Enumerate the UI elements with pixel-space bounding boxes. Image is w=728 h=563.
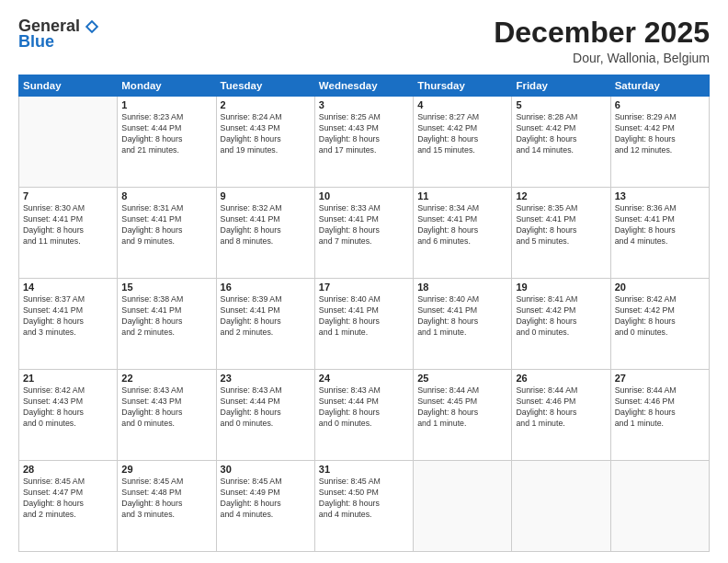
table-row: 8Sunrise: 8:31 AMSunset: 4:41 PMDaylight… xyxy=(118,188,216,279)
table-row xyxy=(414,461,512,552)
table-row: 6Sunrise: 8:29 AMSunset: 4:42 PMDaylight… xyxy=(610,97,709,188)
day-number: 24 xyxy=(319,373,409,384)
day-number: 25 xyxy=(417,373,507,384)
header-sunday: Sunday xyxy=(19,75,118,97)
day-info: Sunrise: 8:37 AMSunset: 4:41 PMDaylight:… xyxy=(23,294,113,339)
logo: General Blue xyxy=(18,17,100,52)
day-number: 2 xyxy=(221,99,311,110)
day-info: Sunrise: 8:29 AMSunset: 4:42 PMDaylight:… xyxy=(615,112,705,156)
table-row: 24Sunrise: 8:43 AMSunset: 4:44 PMDayligh… xyxy=(314,370,413,461)
day-number: 10 xyxy=(319,190,409,201)
table-row: 16Sunrise: 8:39 AMSunset: 4:41 PMDayligh… xyxy=(216,279,314,370)
day-info: Sunrise: 8:28 AMSunset: 4:42 PMDaylight:… xyxy=(516,112,606,156)
day-info: Sunrise: 8:45 AMSunset: 4:47 PMDaylight:… xyxy=(23,477,113,521)
day-info: Sunrise: 8:44 AMSunset: 4:46 PMDaylight:… xyxy=(615,385,705,430)
day-info: Sunrise: 8:30 AMSunset: 4:41 PMDaylight:… xyxy=(23,203,113,247)
table-row: 2Sunrise: 8:24 AMSunset: 4:43 PMDaylight… xyxy=(216,97,314,188)
day-info: Sunrise: 8:34 AMSunset: 4:41 PMDaylight:… xyxy=(417,203,507,247)
day-number: 6 xyxy=(615,99,705,110)
table-row: 26Sunrise: 8:44 AMSunset: 4:46 PMDayligh… xyxy=(512,370,610,461)
table-row: 27Sunrise: 8:44 AMSunset: 4:46 PMDayligh… xyxy=(610,370,709,461)
calendar-week-row: 21Sunrise: 8:42 AMSunset: 4:43 PMDayligh… xyxy=(19,370,710,461)
day-info: Sunrise: 8:31 AMSunset: 4:41 PMDaylight:… xyxy=(121,203,211,247)
day-info: Sunrise: 8:44 AMSunset: 4:46 PMDaylight:… xyxy=(516,385,606,430)
day-number: 30 xyxy=(221,464,311,475)
table-row: 14Sunrise: 8:37 AMSunset: 4:41 PMDayligh… xyxy=(19,279,118,370)
title-block: December 2025 Dour, Wallonia, Belgium xyxy=(494,17,710,65)
day-info: Sunrise: 8:25 AMSunset: 4:43 PMDaylight:… xyxy=(319,112,409,156)
calendar: Sunday Monday Tuesday Wednesday Thursday… xyxy=(18,75,710,552)
day-info: Sunrise: 8:44 AMSunset: 4:45 PMDaylight:… xyxy=(417,385,507,430)
page: General Blue December 2025 Dour, Walloni… xyxy=(0,0,728,563)
table-row: 19Sunrise: 8:41 AMSunset: 4:42 PMDayligh… xyxy=(512,279,610,370)
day-number: 21 xyxy=(23,373,113,384)
header-wednesday: Wednesday xyxy=(314,75,413,97)
day-number: 14 xyxy=(23,282,113,293)
day-number: 28 xyxy=(23,464,113,475)
header-saturday: Saturday xyxy=(610,75,709,97)
day-number: 5 xyxy=(516,99,606,110)
day-info: Sunrise: 8:42 AMSunset: 4:42 PMDaylight:… xyxy=(615,294,705,339)
logo-blue-text: Blue xyxy=(18,32,54,52)
table-row xyxy=(610,461,709,552)
header-monday: Monday xyxy=(118,75,216,97)
calendar-week-row: 7Sunrise: 8:30 AMSunset: 4:41 PMDaylight… xyxy=(19,188,710,279)
table-row: 31Sunrise: 8:45 AMSunset: 4:50 PMDayligh… xyxy=(314,461,413,552)
day-number: 12 xyxy=(516,190,606,201)
table-row: 18Sunrise: 8:40 AMSunset: 4:41 PMDayligh… xyxy=(414,279,512,370)
day-number: 26 xyxy=(516,373,606,384)
day-number: 16 xyxy=(221,282,311,293)
calendar-week-row: 28Sunrise: 8:45 AMSunset: 4:47 PMDayligh… xyxy=(19,461,710,552)
day-info: Sunrise: 8:39 AMSunset: 4:41 PMDaylight:… xyxy=(221,294,311,339)
table-row xyxy=(512,461,610,552)
table-row: 10Sunrise: 8:33 AMSunset: 4:41 PMDayligh… xyxy=(314,188,413,279)
table-row: 15Sunrise: 8:38 AMSunset: 4:41 PMDayligh… xyxy=(118,279,216,370)
day-number: 27 xyxy=(615,373,705,384)
table-row: 9Sunrise: 8:32 AMSunset: 4:41 PMDaylight… xyxy=(216,188,314,279)
table-row: 25Sunrise: 8:44 AMSunset: 4:45 PMDayligh… xyxy=(414,370,512,461)
day-info: Sunrise: 8:43 AMSunset: 4:44 PMDaylight:… xyxy=(319,385,409,430)
day-info: Sunrise: 8:45 AMSunset: 4:49 PMDaylight:… xyxy=(221,477,311,521)
day-number: 19 xyxy=(516,282,606,293)
table-row: 30Sunrise: 8:45 AMSunset: 4:49 PMDayligh… xyxy=(216,461,314,552)
table-row: 5Sunrise: 8:28 AMSunset: 4:42 PMDaylight… xyxy=(512,97,610,188)
logo-icon xyxy=(84,18,100,35)
table-row: 11Sunrise: 8:34 AMSunset: 4:41 PMDayligh… xyxy=(414,188,512,279)
table-row: 20Sunrise: 8:42 AMSunset: 4:42 PMDayligh… xyxy=(610,279,709,370)
day-info: Sunrise: 8:36 AMSunset: 4:41 PMDaylight:… xyxy=(615,203,705,247)
day-info: Sunrise: 8:35 AMSunset: 4:41 PMDaylight:… xyxy=(516,203,606,247)
day-info: Sunrise: 8:24 AMSunset: 4:43 PMDaylight:… xyxy=(221,112,311,156)
day-number: 11 xyxy=(417,190,507,201)
table-row: 3Sunrise: 8:25 AMSunset: 4:43 PMDaylight… xyxy=(314,97,413,188)
table-row: 28Sunrise: 8:45 AMSunset: 4:47 PMDayligh… xyxy=(19,461,118,552)
table-row: 12Sunrise: 8:35 AMSunset: 4:41 PMDayligh… xyxy=(512,188,610,279)
day-number: 9 xyxy=(221,190,311,201)
calendar-header-row: Sunday Monday Tuesday Wednesday Thursday… xyxy=(19,75,710,97)
table-row: 1Sunrise: 8:23 AMSunset: 4:44 PMDaylight… xyxy=(118,97,216,188)
day-info: Sunrise: 8:43 AMSunset: 4:44 PMDaylight:… xyxy=(221,385,311,430)
calendar-week-row: 1Sunrise: 8:23 AMSunset: 4:44 PMDaylight… xyxy=(19,97,710,188)
header: General Blue December 2025 Dour, Walloni… xyxy=(18,17,710,65)
day-number: 18 xyxy=(417,282,507,293)
day-info: Sunrise: 8:27 AMSunset: 4:42 PMDaylight:… xyxy=(417,112,507,156)
day-number: 22 xyxy=(121,373,211,384)
day-info: Sunrise: 8:43 AMSunset: 4:43 PMDaylight:… xyxy=(121,385,211,430)
day-number: 20 xyxy=(615,282,705,293)
day-info: Sunrise: 8:38 AMSunset: 4:41 PMDaylight:… xyxy=(121,294,211,339)
day-number: 4 xyxy=(417,99,507,110)
table-row: 17Sunrise: 8:40 AMSunset: 4:41 PMDayligh… xyxy=(314,279,413,370)
day-number: 23 xyxy=(221,373,311,384)
month-title: December 2025 xyxy=(494,17,710,49)
day-number: 1 xyxy=(121,99,211,110)
day-number: 15 xyxy=(121,282,211,293)
day-number: 8 xyxy=(121,190,211,201)
header-friday: Friday xyxy=(512,75,610,97)
table-row: 21Sunrise: 8:42 AMSunset: 4:43 PMDayligh… xyxy=(19,370,118,461)
table-row: 7Sunrise: 8:30 AMSunset: 4:41 PMDaylight… xyxy=(19,188,118,279)
table-row: 4Sunrise: 8:27 AMSunset: 4:42 PMDaylight… xyxy=(414,97,512,188)
table-row: 23Sunrise: 8:43 AMSunset: 4:44 PMDayligh… xyxy=(216,370,314,461)
table-row: 22Sunrise: 8:43 AMSunset: 4:43 PMDayligh… xyxy=(118,370,216,461)
day-info: Sunrise: 8:41 AMSunset: 4:42 PMDaylight:… xyxy=(516,294,606,339)
header-tuesday: Tuesday xyxy=(216,75,314,97)
table-row: 13Sunrise: 8:36 AMSunset: 4:41 PMDayligh… xyxy=(610,188,709,279)
